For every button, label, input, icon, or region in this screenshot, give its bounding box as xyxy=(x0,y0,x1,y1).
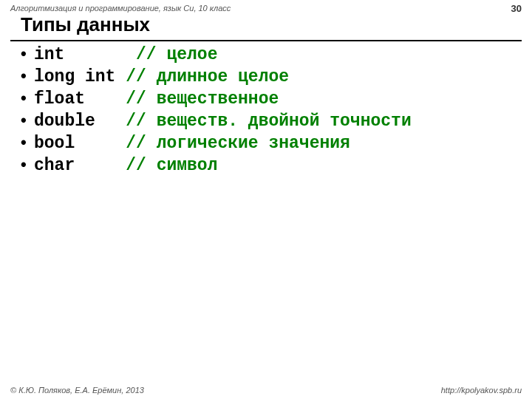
copyright: © К.Ю. Поляков, Е.А. Ерёмин, 2013 xyxy=(10,386,144,395)
bullet-icon: • xyxy=(21,111,34,130)
bullet-icon: • xyxy=(21,66,34,86)
bullet-icon: • xyxy=(21,89,34,108)
page-title: Типы данных xyxy=(21,13,150,36)
type-comment: // веществ. двойной точности xyxy=(115,112,411,131)
type-row: • long int // длинное целое xyxy=(21,66,522,89)
type-comment: // логические значения xyxy=(115,134,349,153)
header-bar: Алгоритмизация и программирование, язык … xyxy=(0,0,532,15)
type-row: • bool // логические значения xyxy=(21,133,522,155)
type-name: float xyxy=(34,89,115,109)
slide: Алгоритмизация и программирование, язык … xyxy=(0,0,532,399)
type-name: char xyxy=(34,156,115,175)
content: • int // целое • long int // длинное цел… xyxy=(21,44,522,177)
course-title: Алгоритмизация и программирование, язык … xyxy=(10,4,231,13)
type-comment: // символ xyxy=(115,156,217,175)
type-row: • char // символ xyxy=(21,155,522,177)
type-row: • int // целое xyxy=(21,44,522,66)
footer: © К.Ю. Поляков, Е.А. Ерёмин, 2013 http:/… xyxy=(10,386,522,395)
type-name: double xyxy=(34,112,115,131)
type-name: long int xyxy=(34,67,115,86)
bullet-icon: • xyxy=(21,133,34,152)
footer-url: http://kpolyakov.spb.ru xyxy=(441,386,522,395)
type-row: • double // веществ. двойной точности xyxy=(21,111,522,133)
type-name: bool xyxy=(34,134,115,153)
type-row: • float // вещественное xyxy=(21,89,522,111)
heading-rule xyxy=(10,40,522,41)
type-name: int xyxy=(34,45,115,64)
bullet-icon: • xyxy=(21,155,34,174)
type-comment: // вещественное xyxy=(115,89,279,109)
type-comment: // длинное целое xyxy=(115,67,289,86)
bullet-icon: • xyxy=(21,44,34,64)
type-comment: // целое xyxy=(115,45,217,64)
page-number: 30 xyxy=(511,3,522,14)
